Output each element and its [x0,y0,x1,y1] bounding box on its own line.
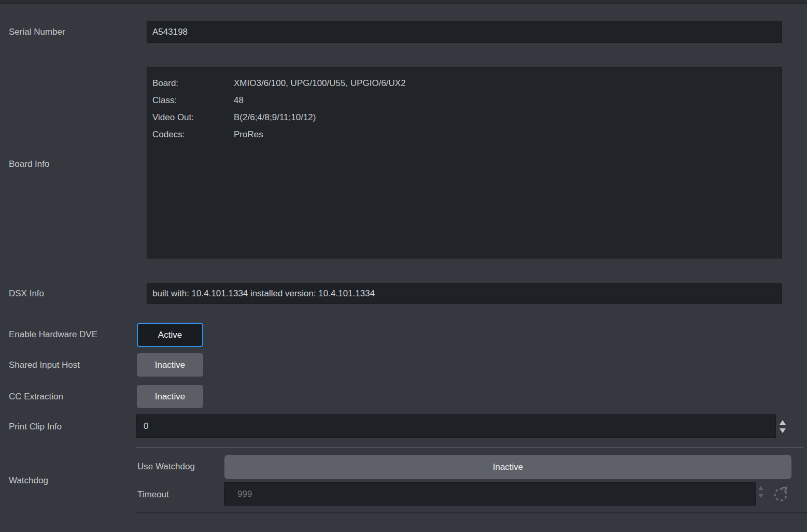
board-info-value: ProRes [234,126,775,143]
watchdog-group-bottom-divider [136,512,807,513]
board-info-key: Board: [152,75,234,92]
board-info-label: Board Info [9,159,49,170]
board-info-value: XMIO3/6/100, UPG/100/U55, UPGIO/6/UX2 [234,75,775,92]
top-divider [0,0,807,4]
watchdog-group-top-divider [136,447,803,448]
shared-input-host-label: Shared Input Host [9,360,80,371]
enable-hardware-dve-button[interactable]: Active [137,323,203,347]
timeout-spin-down-icon[interactable] [758,494,763,498]
print-clip-info-input[interactable] [136,414,776,438]
use-watchdog-label: Use Watchdog [137,461,195,472]
timeout-label: Timeout [137,489,169,500]
enable-hardware-dve-label: Enable Hardware DVE [9,329,97,340]
timeout-input[interactable] [224,482,756,506]
use-watchdog-button[interactable]: Inactive [224,455,791,479]
print-clip-info-label: Print Clip Info [9,421,62,433]
board-info-line: Board: XMIO3/6/100, UPG/100/U55, UPGIO/6… [152,75,775,92]
board-info-key: Codecs: [152,126,234,143]
board-info-key: Class: [152,92,234,109]
timeout-reset-refresh-icon[interactable] [771,485,790,504]
cc-extraction-button[interactable]: Inactive [137,385,203,408]
board-info-value: 48 [234,92,775,109]
print-clip-spin-up-icon[interactable] [780,420,786,425]
serial-number-input[interactable] [147,21,782,43]
board-info-value: B(2/6;4/8;9/11;10/12) [234,109,775,126]
serial-number-label: Serial Number [9,26,65,38]
watchdog-group-label: Watchdog [9,475,48,486]
print-clip-spin-down-icon[interactable] [780,428,786,433]
shared-input-host-button[interactable]: Inactive [137,353,203,377]
cc-extraction-label: CC Extraction [9,391,63,402]
board-info-line: Video Out: B(2/6;4/8;9/11;10/12) [152,109,775,126]
timeout-spin-up-icon[interactable] [758,486,763,490]
dsx-info-input[interactable] [147,283,782,304]
board-info-line: Class: 48 [152,92,775,109]
board-info-textarea[interactable]: Board: XMIO3/6/100, UPG/100/U55, UPGIO/6… [147,67,782,258]
settings-panel: Serial Number Board Info Board: XMIO3/6/… [0,0,807,532]
board-info-line: Codecs: ProRes [152,126,775,143]
board-info-key: Video Out: [152,109,234,126]
dsx-info-label: DSX Info [9,288,44,299]
